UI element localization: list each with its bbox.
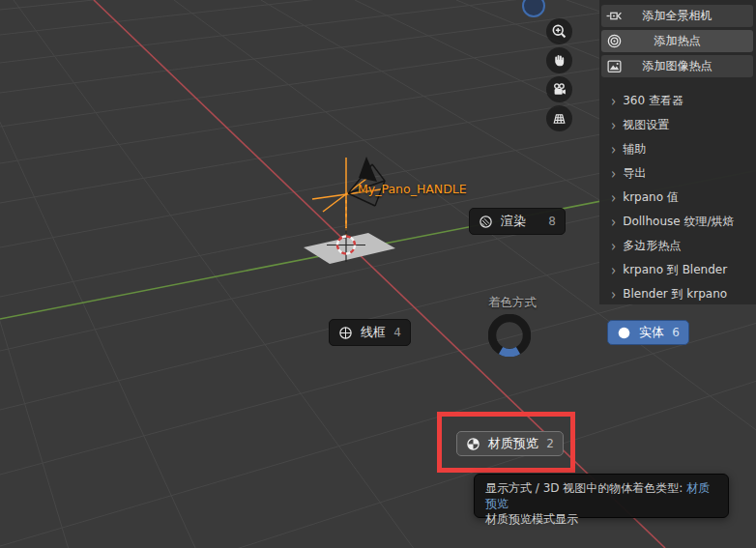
section-label: 视图设置 — [623, 117, 669, 133]
sidebar-section-polygon-hotspot[interactable]: › 多边形热点 — [601, 234, 753, 258]
grid-ortho-icon — [551, 110, 567, 127]
tooltip-line2: 材质预览模式显示 — [485, 511, 717, 527]
add-panorama-camera-button[interactable]: 添加全景相机 — [601, 5, 753, 27]
chevron-right-icon: › — [611, 214, 616, 230]
x-axis-line — [94, 0, 665, 548]
tooltip: 显示方式 / 3D 视图中的物体着色类型: 材质预览 材质预览模式显示 — [474, 474, 729, 518]
section-label: Blender 到 krpano — [623, 286, 727, 303]
chevron-right-icon: › — [611, 238, 616, 254]
button-label: 添加热点 — [654, 33, 701, 49]
pie-item-hotkey: 4 — [393, 326, 401, 339]
pie-item-solid[interactable]: 实体 6 — [607, 320, 689, 345]
section-label: 多边形热点 — [623, 238, 681, 254]
chevron-right-icon: › — [611, 286, 616, 303]
add-hotspot-button[interactable]: 添加热点 — [601, 30, 753, 52]
chevron-right-icon: › — [611, 262, 616, 278]
button-label: 添加全景相机 — [643, 8, 712, 24]
chevron-right-icon: › — [611, 189, 616, 206]
sidebar-section-360-viewer[interactable]: › 360 查看器 — [601, 89, 753, 113]
pie-item-wireframe[interactable]: 线框 4 — [329, 319, 411, 346]
section-label: 辅助 — [623, 141, 646, 158]
pie-item-label: 实体 — [639, 324, 664, 341]
pan-button[interactable] — [546, 47, 572, 73]
render-sphere-icon — [479, 215, 493, 229]
sidebar-section-assist[interactable]: › 辅助 — [601, 137, 753, 161]
section-label: Dollhouse 纹理/烘焙 — [623, 214, 734, 230]
blender-3d-viewport[interactable]: My_Pano_HANDLE — [0, 0, 756, 548]
sidebar-section-view-settings[interactable]: › 视图设置 — [601, 113, 753, 137]
camera-view-button[interactable] — [546, 76, 572, 102]
sidebar-section-blender-to-krpano[interactable]: › Blender 到 krpano — [601, 282, 753, 306]
section-label: 360 查看器 — [623, 93, 683, 109]
pie-center-indicator — [488, 314, 531, 357]
chevron-right-icon: › — [611, 117, 616, 133]
section-label: krpano 值 — [623, 189, 679, 206]
wireframe-sphere-icon — [338, 326, 353, 340]
chevron-right-icon: › — [611, 93, 616, 109]
camera-view-icon — [551, 81, 567, 98]
pie-item-label: 渲染 — [501, 213, 526, 230]
pie-item-label: 线框 — [361, 324, 386, 341]
solid-sphere-icon — [617, 326, 631, 340]
toggle-ortho-button[interactable] — [546, 105, 572, 131]
sidebar-section-krpano-values[interactable]: › krpano 值 — [601, 186, 753, 210]
sidebar-section-export[interactable]: › 导出 — [601, 161, 753, 186]
pie-item-hotkey: 6 — [672, 326, 680, 339]
tooltip-line1: 显示方式 / 3D 视图中的物体着色类型: 材质预览 — [485, 480, 717, 511]
hotspot-icon — [606, 33, 623, 49]
zoom-icon — [551, 23, 567, 40]
pie-item-hotkey: 8 — [548, 215, 556, 228]
image-hotspot-icon — [606, 58, 623, 74]
pie-item-render[interactable]: 渲染 8 — [469, 208, 566, 235]
panorama-camera-icon — [606, 8, 623, 24]
sidebar-section-krpano-to-blender[interactable]: › krpano 到 Blender — [601, 258, 753, 282]
section-label: krpano 到 Blender — [623, 262, 727, 278]
pie-menu-title: 着色方式 — [450, 295, 575, 311]
object-label[interactable]: My_Pano_HANDLE — [358, 182, 467, 196]
sidebar-panel: 添加全景相机 添加热点 添加图像热点 › 360 查看器 › — [599, 0, 756, 304]
chevron-right-icon: › — [611, 165, 616, 182]
button-label: 添加图像热点 — [643, 58, 712, 74]
sidebar-section-dollhouse-bake[interactable]: › Dollhouse 纹理/烘焙 — [601, 210, 753, 234]
pie-direction-arc — [501, 351, 518, 353]
annotation-highlight-box — [437, 412, 575, 473]
add-image-hotspot-button[interactable]: 添加图像热点 — [601, 55, 753, 77]
chevron-right-icon: › — [611, 141, 616, 158]
section-label: 导出 — [623, 165, 646, 182]
zoom-button[interactable] — [546, 18, 572, 44]
pan-hand-icon — [551, 52, 567, 69]
